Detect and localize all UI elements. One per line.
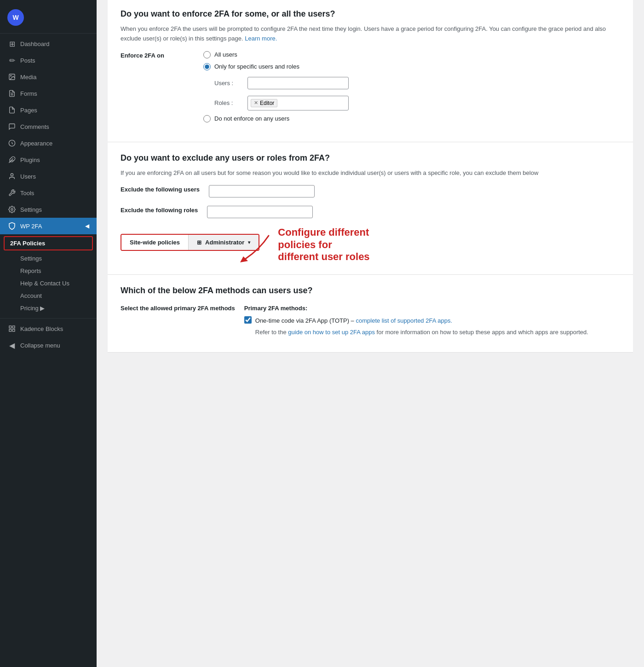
wp2fa-label: WP 2FA — [20, 223, 42, 230]
enforce-controls: All users Only for specific users and ro… — [203, 51, 349, 122]
site-name[interactable]: W — [0, 6, 97, 29]
plugins-icon — [7, 155, 17, 164]
comments-icon — [7, 122, 17, 131]
guide-link[interactable]: guide on how to set up 2FA apps — [288, 329, 376, 336]
sidebar-item-label: Plugins — [20, 157, 40, 163]
collapse-menu-button[interactable]: ◀ Collapse menu — [0, 337, 97, 354]
totp-checkbox[interactable] — [244, 316, 252, 324]
sidebar-item-label: Media — [20, 74, 36, 81]
sidebar-item-label: Tools — [20, 190, 34, 197]
svg-rect-12 — [12, 329, 15, 331]
sidebar-item-wp2fa[interactable]: WP 2FA ◀ — [0, 218, 97, 234]
svg-rect-9 — [9, 326, 12, 328]
sidebar-item-forms[interactable]: Forms — [0, 85, 97, 102]
sidebar-item-label: Settings — [20, 206, 42, 213]
users-icon — [7, 172, 17, 181]
enforce-section: Do you want to enforce 2FA for some, or … — [108, 0, 633, 142]
radio-none[interactable]: Do not enforce on any users — [203, 115, 349, 122]
annotation-text: Configure different policies for differe… — [278, 226, 370, 263]
sidebar-item-settings[interactable]: Settings — [0, 201, 97, 218]
sidebar-bottom: Kadence Blocks ◀ Collapse menu — [0, 318, 97, 354]
sidebar-item-plugins[interactable]: Plugins — [0, 151, 97, 168]
methods-row: Select the allowed primary 2FA methods P… — [121, 305, 620, 341]
sidebar-item-settings[interactable]: Settings — [0, 252, 97, 265]
pricing-label: Pricing ▶ — [20, 305, 45, 312]
sidebar-item-label: Users — [20, 173, 36, 180]
radio-specific[interactable]: Only for specific users and roles — [203, 63, 349, 70]
exclude-description: If you are enforcing 2FA on all users bu… — [121, 168, 620, 178]
methods-subtitle: Primary 2FA methods: — [244, 305, 620, 312]
sidebar-item-label: Dashboard — [20, 41, 50, 47]
wp2fa-icon — [7, 221, 17, 231]
sidebar-item-label: Forms — [20, 90, 37, 97]
exclude-title: Do you want to exclude any users or role… — [121, 153, 620, 163]
wp2fa-submenu: 2FA Policies Settings Reports Help & Con… — [0, 236, 97, 314]
account-label: Account — [20, 292, 42, 299]
sidebar-item-kadence[interactable]: Kadence Blocks — [0, 320, 97, 337]
sidebar-item-pricing[interactable]: Pricing ▶ — [0, 302, 97, 314]
radio-specific-label: Only for specific users and roles — [214, 63, 299, 70]
media-icon — [7, 72, 17, 81]
method-totp: One-time code via 2FA App (TOTP) – compl… — [244, 316, 620, 337]
sidebar-item-label: Appearance — [20, 140, 52, 147]
sidebar-item-account[interactable]: Account — [0, 290, 97, 302]
sidebar-item-dashboard[interactable]: ⊞ Dashboard — [0, 35, 97, 52]
exclude-users-input[interactable] — [209, 185, 315, 197]
collapse-icon: ◀ — [7, 341, 17, 350]
radio-all-users[interactable]: All users — [203, 51, 349, 58]
exclude-users-label: Exclude the following users — [121, 185, 200, 193]
enforce-title: Do you want to enforce 2FA for some, or … — [121, 9, 620, 19]
roles-input[interactable]: ✕ Editor — [247, 96, 349, 110]
sidebar-item-media[interactable]: Media — [0, 69, 97, 85]
totp-link[interactable]: complete list of supported 2FA apps. — [356, 317, 452, 324]
kadence-icon — [7, 324, 17, 333]
sidebar-item-pages[interactable]: Pages — [0, 102, 97, 118]
help-label: Help & Contact Us — [20, 280, 69, 287]
sidebar-item-appearance[interactable]: Appearance — [0, 135, 97, 151]
totp-desc: Refer to the guide on how to set up 2FA … — [255, 328, 588, 337]
editor-tag-label: Editor — [260, 100, 274, 106]
enforce-label: Enforce 2FA on — [121, 51, 194, 59]
enforce-form-row: Enforce 2FA on All users Only for specif… — [121, 51, 620, 122]
kadence-label: Kadence Blocks — [20, 325, 63, 332]
radio-none-input[interactable] — [203, 115, 211, 122]
sidebar-item-help[interactable]: Help & Contact Us — [0, 277, 97, 290]
editor-tag-remove[interactable]: ✕ — [254, 100, 258, 106]
exclude-section: Do you want to exclude any users or role… — [108, 142, 633, 275]
exclude-roles-row: Exclude the following roles — [121, 206, 620, 218]
sidebar: W ⊞ Dashboard ✏ Posts Media Forms Pages … — [0, 0, 97, 667]
svg-rect-11 — [9, 329, 12, 331]
settings-sub-label: Settings — [20, 255, 42, 262]
tab-site-wide[interactable]: Site-wide policies — [121, 235, 189, 250]
users-input[interactable] — [247, 77, 349, 89]
roles-label: Roles : — [214, 99, 242, 106]
collapse-label: Collapse menu — [20, 342, 60, 349]
users-label: Users : — [214, 80, 242, 87]
sidebar-item-users[interactable]: Users — [0, 168, 97, 185]
forms-icon — [7, 89, 17, 98]
learn-more-link[interactable]: Learn more. — [245, 35, 277, 42]
methods-label: Select the allowed primary 2FA methods — [121, 305, 235, 312]
sidebar-item-reports[interactable]: Reports — [0, 265, 97, 277]
radio-all-users-input[interactable] — [203, 51, 211, 58]
sidebar-item-comments[interactable]: Comments — [0, 118, 97, 135]
pages-icon — [7, 105, 17, 115]
dashboard-icon: ⊞ — [7, 39, 17, 48]
svg-point-8 — [11, 209, 13, 210]
exclude-roles-input[interactable] — [207, 206, 313, 218]
methods-section: Which of the below 2FA methods can users… — [108, 275, 633, 353]
sidebar-item-posts[interactable]: ✏ Posts — [0, 52, 97, 69]
svg-point-7 — [11, 174, 13, 176]
sidebar-item-label: Pages — [20, 107, 37, 114]
main-content: Do you want to enforce 2FA for some, or … — [97, 0, 644, 667]
sidebar-item-2fa-policies[interactable]: 2FA Policies — [4, 236, 93, 250]
editor-tag[interactable]: ✕ Editor — [251, 99, 277, 107]
sidebar-item-label: Posts — [20, 57, 35, 64]
radio-none-label: Do not enforce on any users — [214, 115, 289, 122]
exclude-roles-label: Exclude the following roles — [121, 206, 198, 214]
users-sub-row: Users : — [214, 77, 349, 89]
roles-sub-row: Roles : ✕ Editor — [214, 96, 349, 110]
admin-grid-icon: ⊞ — [197, 239, 201, 246]
sidebar-item-tools[interactable]: Tools — [0, 185, 97, 201]
radio-specific-input[interactable] — [203, 63, 211, 70]
